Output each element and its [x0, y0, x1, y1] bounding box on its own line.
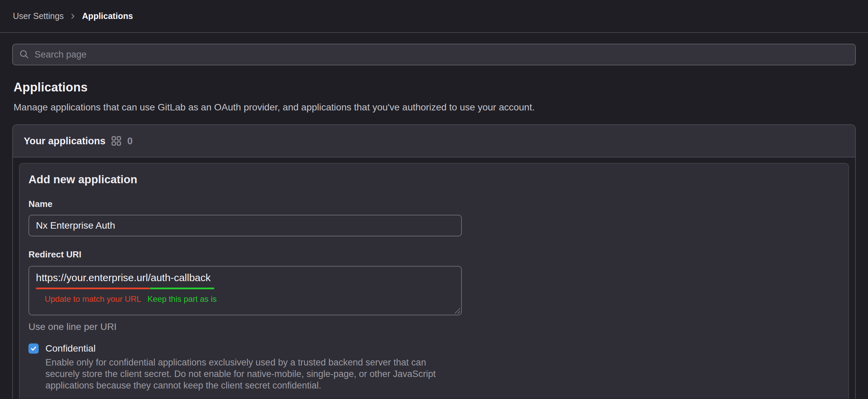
annotation-red-underline: [36, 288, 150, 289]
page-title: Applications: [14, 80, 856, 94]
search-bar: [12, 44, 856, 65]
breadcrumb-user-settings[interactable]: User Settings: [13, 11, 64, 21]
redirect-uri-textarea[interactable]: https://your.enterprise.url/auth-callbac…: [28, 266, 462, 315]
annotation-red-segment: Update to match your URL: [36, 288, 150, 304]
add-new-application-card: Add new application Name Redirect URI ht…: [19, 163, 849, 399]
top-bar: User Settings Applications: [0, 0, 868, 33]
confidential-help-text: Enable only for confidential application…: [45, 357, 456, 391]
redirect-uri-hint: Use one line per URI: [28, 321, 840, 332]
breadcrumb-applications: Applications: [82, 11, 133, 21]
page-description: Manage applications that can use GitLab …: [14, 102, 856, 113]
your-applications-section: Your applications 0 Add new application …: [12, 124, 856, 399]
chevron-right-icon: [70, 13, 76, 20]
confidential-checkbox[interactable]: [28, 343, 39, 354]
applications-count-badge: 0: [127, 135, 133, 147]
your-applications-title: Your applications: [24, 135, 105, 147]
check-icon: [30, 345, 37, 352]
redirect-uri-value: https://your.enterprise.url/auth-callbac…: [36, 272, 211, 283]
textarea-resize-handle-icon[interactable]: [454, 308, 460, 314]
annotation-green-segment: Keep this part as is: [150, 288, 214, 304]
name-label: Name: [28, 199, 840, 209]
applications-grid-icon: [111, 135, 122, 146]
annotation-green-underline: [150, 288, 214, 289]
annotation-green-label: Keep this part as is: [147, 294, 217, 304]
redirect-uri-annotation: Update to match your URL Keep this part …: [36, 288, 214, 304]
redirect-uri-label: Redirect URI: [28, 249, 840, 260]
search-icon: [19, 49, 30, 60]
application-name-input[interactable]: [28, 215, 462, 236]
annotation-red-label: Update to match your URL: [45, 294, 141, 304]
confidential-label[interactable]: Confidential: [45, 343, 96, 354]
search-input[interactable]: [35, 49, 849, 60]
add-new-application-heading: Add new application: [28, 173, 840, 186]
breadcrumb: User Settings Applications: [13, 11, 133, 21]
your-applications-header: Your applications 0: [13, 125, 855, 158]
confidential-checkbox-row: Confidential: [28, 343, 840, 354]
page-content: Applications Manage applications that ca…: [0, 44, 868, 399]
